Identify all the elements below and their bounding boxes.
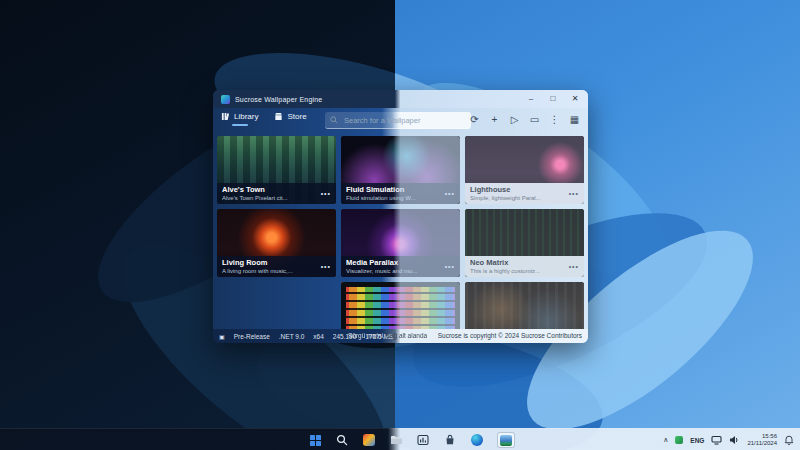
prerelease-badge: Pre-Release — [234, 333, 270, 340]
wallpaper-card-partial-motherboard[interactable] — [465, 282, 584, 329]
store-bag-icon — [444, 434, 456, 446]
prerelease-icon: ▣ — [219, 333, 225, 340]
refresh-icon[interactable]: ⟳ — [469, 111, 480, 129]
card-title: Fluid Simulation — [346, 185, 441, 194]
tab-library-label: Library — [234, 112, 258, 121]
play-icon[interactable]: ▷ — [509, 111, 520, 129]
card-subtitle: This is a highly customiz... — [470, 268, 565, 275]
clock-time: 15:56 — [747, 433, 777, 440]
screen-icon[interactable]: ▭ — [529, 111, 540, 129]
toolbar: ⟳ + ▷ ▭ ⋮ ▦ — [469, 111, 580, 129]
wallpaper-card-fluid-simulation[interactable]: Fluid Simulation Fluid simulation using … — [341, 136, 460, 204]
notification-bell-icon[interactable] — [784, 435, 794, 445]
taskbar-clock[interactable]: 15:56 21/11/2024 — [747, 433, 777, 447]
network-icon[interactable] — [711, 435, 722, 445]
card-menu-button[interactable]: ••• — [445, 263, 455, 270]
architecture: x64 — [313, 333, 323, 340]
card-title: Lighthouse — [470, 185, 565, 194]
close-button[interactable]: ✕ — [564, 90, 586, 108]
card-subtitle: Simple, lightweight Paral... — [470, 195, 565, 202]
tab-store[interactable]: Store — [274, 112, 306, 121]
maximize-button[interactable]: □ — [542, 90, 564, 108]
card-menu-button[interactable]: ••• — [569, 190, 579, 197]
card-title: Media Parallax — [346, 258, 441, 267]
wallpaper-thumbnail — [465, 282, 584, 329]
library-icon — [221, 112, 230, 121]
search-icon — [330, 116, 338, 124]
tab-library[interactable]: Library — [221, 112, 258, 121]
app-navbar: Library Store ⟳ + ▷ ▭ ⋮ ▦ — [213, 108, 588, 134]
wallpaper-card-lighthouse[interactable]: Lighthouse Simple, lightweight Paral... … — [465, 136, 584, 204]
performance-chart-icon — [417, 434, 429, 446]
wallpaper-card-media-parallax[interactable]: Media Parallax Visualizer, music and mo.… — [341, 209, 460, 277]
language-indicator[interactable]: ENG — [690, 437, 704, 444]
folder-icon — [390, 434, 402, 446]
sucrose-taskbar-button[interactable] — [497, 432, 515, 448]
window-statusbar: ▣ Pre-Release .NET 9.0 x64 245.190 173.5… — [213, 329, 588, 343]
speaker-icon[interactable] — [729, 435, 740, 445]
card-menu-button[interactable]: ••• — [321, 190, 331, 197]
card-subtitle: Visualizer, music and mo... — [346, 268, 441, 275]
statusbar-marquee: Sürgü metni, sağ alt alanda — [348, 329, 427, 343]
wallpaper-card-living-room[interactable]: Living Room A living room with music,...… — [217, 209, 336, 277]
microsoft-store-button[interactable] — [443, 433, 457, 447]
empty-grid-cell — [217, 282, 336, 329]
active-wallpaper-icon — [500, 435, 512, 446]
apps-grid-icon[interactable]: ▦ — [569, 111, 580, 129]
app-logo-icon — [221, 95, 230, 104]
task-manager-button[interactable] — [416, 433, 430, 447]
wallpaper-grid: Alve's Town Alve's Town Pixelart cit... … — [217, 136, 584, 329]
card-title: Living Room — [222, 258, 317, 267]
card-menu-button[interactable]: ••• — [445, 190, 455, 197]
tab-store-label: Store — [287, 112, 306, 121]
card-title: Alve's Town — [222, 185, 317, 194]
start-button[interactable] — [308, 433, 322, 447]
taskbar-search-button[interactable] — [335, 433, 349, 447]
add-wallpaper-icon[interactable]: + — [489, 111, 500, 129]
card-subtitle: Alve's Town Pixelart cit... — [222, 195, 317, 202]
app-window: Sucrose Wallpaper Engine – □ ✕ Library S… — [213, 90, 588, 343]
card-title: Neo Matrix — [470, 258, 565, 267]
tray-app-icon[interactable] — [675, 436, 683, 444]
card-menu-button[interactable]: ••• — [321, 263, 331, 270]
window-titlebar[interactable]: Sucrose Wallpaper Engine – □ ✕ — [213, 90, 588, 108]
clock-date: 21/11/2024 — [747, 440, 777, 447]
taskbar-center-icons — [308, 429, 515, 450]
desktop: Sucrose Wallpaper Engine – □ ✕ Library S… — [0, 0, 800, 450]
dotnet-version: .NET 9.0 — [279, 333, 305, 340]
colorful-app-icon — [363, 434, 375, 446]
wallpaper-card-neo-matrix[interactable]: Neo Matrix This is a highly customiz... … — [465, 209, 584, 277]
tray-chevron-icon[interactable]: ∧ — [663, 436, 668, 444]
taskbar: ∧ ENG 15:56 21/11/2024 — [0, 428, 800, 450]
wallpaper-card-alves-town[interactable]: Alve's Town Alve's Town Pixelart cit... … — [217, 136, 336, 204]
system-tray: ∧ ENG 15:56 21/11/2024 — [663, 429, 794, 450]
more-options-icon[interactable]: ⋮ — [549, 111, 560, 129]
store-icon — [274, 112, 283, 121]
window-title: Sucrose Wallpaper Engine — [235, 96, 322, 103]
minimize-button[interactable]: – — [520, 90, 542, 108]
file-explorer-button[interactable] — [389, 433, 403, 447]
card-subtitle: Fluid simulation using W... — [346, 195, 441, 202]
wallpaper-card-partial-periodic[interactable] — [341, 282, 460, 329]
edge-icon — [471, 434, 483, 446]
search-input[interactable] — [342, 115, 466, 126]
wallpaper-thumbnail — [341, 282, 460, 329]
window-controls: – □ ✕ — [520, 90, 586, 108]
colorful-app-button[interactable] — [362, 433, 376, 447]
wallpaper-search[interactable] — [325, 112, 471, 129]
search-icon — [336, 434, 348, 446]
copyright-text: Sucrose is copyright © 2024 Sucrose Cont… — [438, 329, 582, 343]
card-subtitle: A living room with music,... — [222, 268, 317, 275]
nav-tabs: Library Store — [221, 112, 307, 121]
windows-logo-icon — [310, 435, 321, 446]
edge-button[interactable] — [470, 433, 484, 447]
card-menu-button[interactable]: ••• — [569, 263, 579, 270]
